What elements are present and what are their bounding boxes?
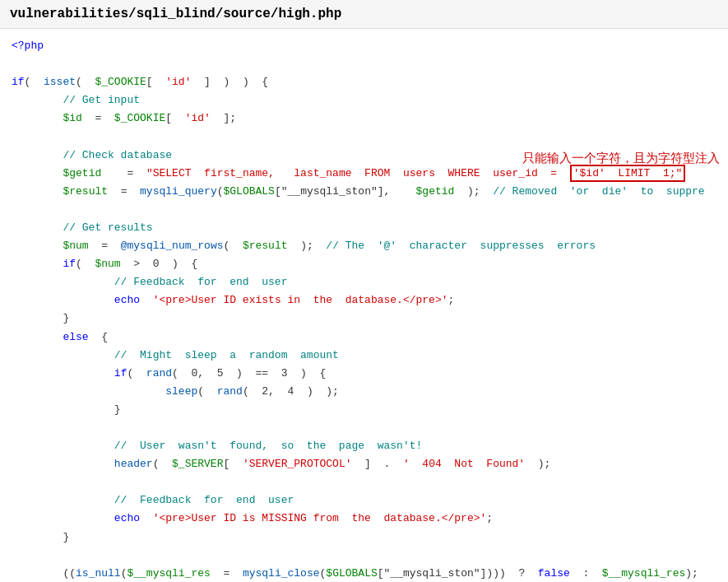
line-blank-3 bbox=[12, 201, 716, 219]
line-close-brace2: } bbox=[12, 401, 716, 419]
line-if: if( isset( $_COOKIE[ 'id' ] ) ) { bbox=[12, 73, 716, 91]
line-comment-results: // Get results bbox=[12, 219, 716, 237]
line-comment-feedback: // Feedback for end user bbox=[12, 273, 716, 291]
line-blank-2 bbox=[12, 128, 716, 146]
line-echo-missing: echo '<pre>User ID is MISSING from the d… bbox=[12, 510, 716, 528]
line-comment-feedback2: // Feedback for end user bbox=[12, 491, 716, 510]
line-comment-might: // Might sleep a random amount bbox=[12, 347, 716, 365]
line-close-brace1: } bbox=[12, 310, 716, 328]
line-comment-wasnt: // User wasn't found, so the page wasn't… bbox=[12, 437, 716, 455]
line-header: header( $_SERVER[ 'SERVER_PROTOCOL' ] . … bbox=[12, 455, 716, 473]
annotation-text: 只能输入一个字符，且为字符型注入 bbox=[522, 151, 720, 166]
page-title: vulnerabilities/sqli_blind/source/high.p… bbox=[0, 0, 728, 29]
code-container: 只能输入一个字符，且为字符型注入 <?php if( isset( $_COOK… bbox=[0, 29, 728, 582]
line-php-open: <?php bbox=[12, 37, 716, 55]
line-comment-get: // Get input bbox=[12, 91, 716, 109]
line-isnull: ((is_null($__mysqli_res = mysqli_close($… bbox=[12, 565, 716, 582]
line-blank-1 bbox=[12, 55, 716, 73]
line-ifnum: if( $num > 0 ) { bbox=[12, 255, 716, 273]
line-blank-4 bbox=[12, 419, 716, 437]
line-else: else { bbox=[12, 328, 716, 347]
page-wrapper: vulnerabilities/sqli_blind/source/high.p… bbox=[0, 0, 728, 582]
line-sleep: sleep( rand( 2, 4 ) ); bbox=[12, 383, 716, 401]
line-getid: $getid = "SELECT first_name, last_name F… bbox=[12, 165, 716, 183]
line-blank-5 bbox=[12, 473, 716, 491]
line-echo-exists: echo '<pre>User ID exists in the databas… bbox=[12, 291, 716, 310]
line-blank-6 bbox=[12, 547, 716, 565]
line-id-assign: $id = $_COOKIE[ 'id' ]; bbox=[12, 109, 716, 128]
line-if-rand: if( rand( 0, 5 ) == 3 ) { bbox=[12, 365, 716, 383]
line-result: $result = mysqli_query($GLOBALS["__mysql… bbox=[12, 183, 716, 201]
line-close-brace3: } bbox=[12, 528, 716, 547]
line-num: $num = @mysqli_num_rows( $result ); // T… bbox=[12, 237, 716, 255]
